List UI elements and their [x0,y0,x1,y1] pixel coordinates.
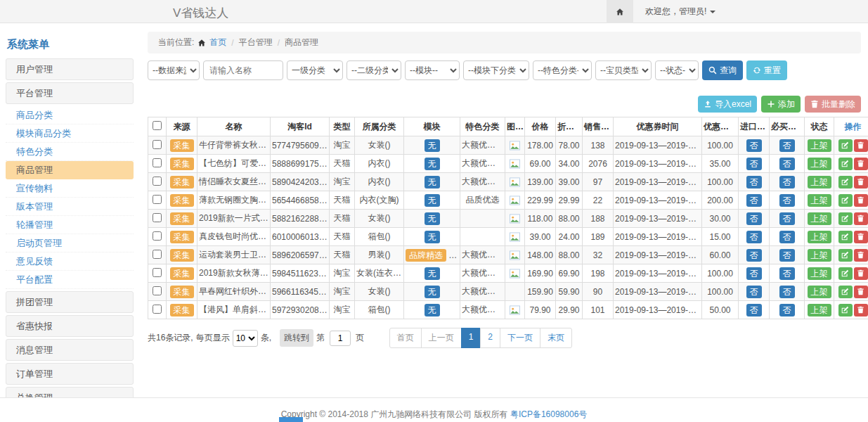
coupon-amount-cell: 100.00 [702,136,739,155]
row-checkbox[interactable] [153,250,162,259]
status-badge: 上架 [808,249,831,262]
coupon-time-cell: 2019-09-13—2019-09-18 [614,301,702,319]
sidebar-group[interactable]: 平台管理 [6,82,134,104]
delete-button[interactable] [854,212,868,225]
user-menu[interactable]: 欢迎您，管理员! [645,6,715,18]
category-cell: 女装() [355,136,404,155]
delete-button[interactable] [854,194,868,207]
sidebar-subitem[interactable]: 轮播管理 [6,216,134,234]
edit-button[interactable] [838,267,853,280]
sidebar: 系统菜单 用户管理平台管理商品分类模块商品分类特色分类商品管理宣传物料版本管理轮… [6,35,134,422]
home-button[interactable] [607,0,633,23]
sidebar-group[interactable]: 用户管理 [6,58,134,80]
row-checkbox[interactable] [153,140,162,149]
import-choice-cell: 否 [739,228,770,246]
pager-item[interactable]: 下一页 [500,328,540,348]
filter-select[interactable]: --状态-- [655,60,699,80]
sales-cell: 138 [583,136,614,155]
filter-select[interactable]: --数据来源-- [148,60,200,80]
breadcrumb-home-link[interactable]: 首页 [209,37,226,49]
per-page-select[interactable]: 10 [233,330,258,347]
reset-button[interactable]: 重置 [746,60,787,80]
filter-select[interactable]: --模块下分类-- [463,60,529,80]
edit-button[interactable] [838,286,853,298]
delete-button[interactable] [854,267,868,280]
row-checkbox[interactable] [153,286,162,295]
filter-select[interactable]: --二级分类-- [346,60,401,80]
sidebar-subitem[interactable]: 特色分类 [6,143,134,161]
delete-button[interactable] [854,176,868,188]
edit-button[interactable] [838,176,853,188]
category-cell: 箱包() [355,301,404,319]
table-row: 采集薄款无钢圈文胸聚拢性...565446685867天猫内衣(文胸)无品质优选… [148,191,868,210]
table-row: 采集【七色纺】可爱纯棉家...588869917501天猫内衣()无大额优惠券6… [148,155,868,173]
row-checkbox[interactable] [153,177,162,186]
sidebar-group[interactable]: 消息管理 [6,339,134,361]
products-table: 来源名称淘客Id类型所属分类模块特色分类图标价格折后价销售数量优惠券时间优惠券金… [148,117,868,319]
edit-button[interactable] [838,249,853,262]
delete-button[interactable] [854,286,868,298]
edit-button[interactable] [838,139,853,152]
coupon-time-cell: 2019-09-13—2019-09-20 [614,228,702,246]
row-checkbox[interactable] [153,158,162,167]
status-badge: 无 [425,158,440,170]
edit-button[interactable] [838,158,853,170]
table-toolbar: 导入excel 添加 批量删除 [148,96,861,113]
edit-button[interactable] [838,212,853,225]
batch-delete-button[interactable]: 批量删除 [805,96,861,113]
source-cell: 采集 [167,264,197,283]
jump-button[interactable]: 跳转到 [280,329,313,347]
icon-cell [505,264,525,283]
edit-button[interactable] [838,304,853,316]
product-thumbnail [510,231,520,241]
row-checkbox[interactable] [153,195,162,204]
search-button[interactable]: 查询 [702,60,743,80]
delete-button[interactable] [854,231,868,243]
icp-link[interactable]: 粤ICP备16098006号 [510,409,587,419]
sidebar-group[interactable]: 省惠快报 [6,315,134,337]
status-badge: 否 [746,231,762,243]
row-checkbox[interactable] [153,213,162,222]
edit-button[interactable] [838,194,853,207]
sales-cell: 97 [583,173,614,191]
filter-select[interactable]: --宝贝类型-- [595,60,652,80]
sidebar-subitem[interactable]: 商品管理 [6,161,134,179]
pager-item[interactable]: 1 [461,328,481,348]
feature-cell [460,210,505,228]
row-checkbox[interactable] [153,305,162,314]
sidebar-subitem[interactable]: 商品分类 [6,106,134,124]
sidebar-subitem[interactable]: 意见反馈 [6,252,134,271]
table-row: 采集2019新款女秋薄款...598451162391淘宝女装(连衣裙)无大额优… [148,264,868,283]
sidebar-group[interactable]: 拼团管理 [6,291,134,313]
delete-button[interactable] [854,158,868,170]
delete-button[interactable] [854,139,868,152]
name-search-input[interactable] [203,60,283,80]
sidebar-subitem[interactable]: 启动页管理 [6,234,134,252]
filter-select[interactable]: 一级分类 [287,60,343,80]
sidebar-subitem[interactable]: 宣传物料 [6,179,134,198]
add-button[interactable]: 添加 [761,96,801,113]
pager-item[interactable]: 2 [480,328,500,348]
filter-select[interactable]: --特色分类-- [533,60,592,80]
table-row: 采集牛仔背带裤女秋装减龄...577479560965淘宝女装()无大额优惠券1… [148,136,868,155]
pager-item[interactable]: 末页 [540,328,572,348]
page-number-input[interactable] [330,331,351,346]
sales-cell: 32 [583,246,614,264]
import-choice-cell: 否 [739,283,770,301]
product-name-cell: 2019新款一片式系... [197,210,271,228]
sidebar-subitem[interactable]: 平台配置 [6,271,134,289]
sidebar-group[interactable]: 订单管理 [6,363,134,385]
sidebar-subitem[interactable]: 版本管理 [6,198,134,216]
row-select-cell [148,283,167,301]
discount-price-cell: 78.00 [556,136,583,155]
select-all-checkbox[interactable] [153,121,162,130]
delete-button[interactable] [854,304,868,316]
edit-button[interactable] [838,231,853,243]
import-excel-button[interactable]: 导入excel [698,96,757,113]
filter-select[interactable]: --模块-- [405,60,460,80]
delete-button[interactable] [854,249,868,262]
sidebar-subitem[interactable]: 模块商品分类 [6,124,134,143]
row-checkbox[interactable] [153,231,162,241]
product-name-cell: 运动套装男士卫衣初秋... [197,246,271,264]
row-checkbox[interactable] [153,268,162,277]
